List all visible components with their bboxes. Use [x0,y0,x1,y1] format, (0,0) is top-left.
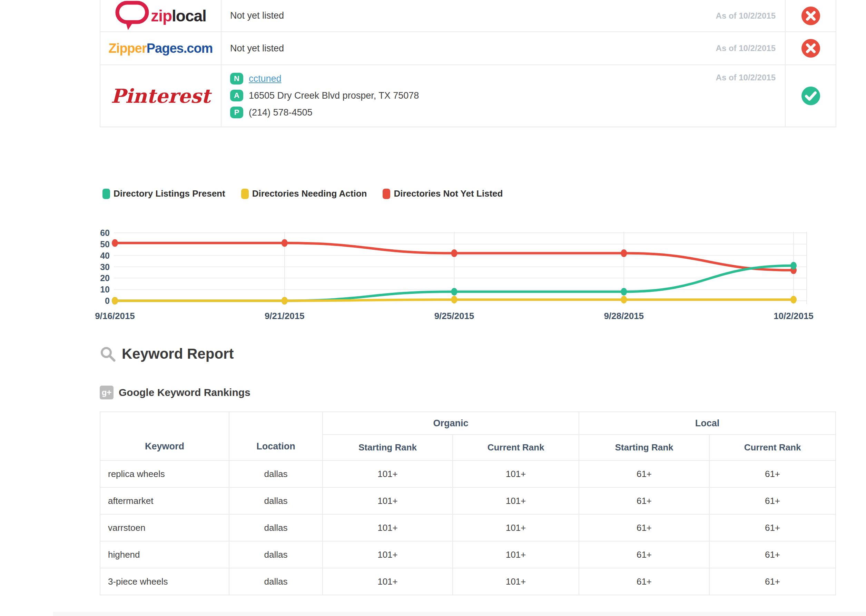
business-phone: (214) 578-4505 [249,107,313,118]
keyword-cell: highend [100,541,229,568]
pinterest-wordmark: Pinterest [111,85,210,107]
keyword-table-row: aftermarketdallas101+101+61+61+ [100,487,836,514]
nap-name-line: N cctuned [230,73,419,85]
business-address: 16505 Dry Creek Blvd prosper, TX 75078 [249,90,419,101]
svg-text:40: 40 [100,251,110,261]
as-of-date: As of 10/2/2015 [716,73,776,82]
directory-status-icon-cell [785,65,836,127]
organic-starting-rank-cell: 101+ [322,541,453,568]
organic-starting-rank-cell: 101+ [322,568,453,595]
column-header-organic-current-rank: Current Rank [453,435,579,460]
organic-starting-rank-cell: 101+ [322,514,453,541]
local-starting-rank-cell: 61+ [579,460,709,487]
local-current-rank-cell: 61+ [709,541,836,568]
nap-name-badge: N [230,73,243,85]
next-section-edge [53,612,866,616]
svg-text:9/16/2015: 9/16/2015 [95,311,135,321]
ziplocal-logo: ziplocal [101,0,222,31]
keyword-report-heading: Keyword Report [100,346,234,362]
zipperpages-wordmark-pages: Pages.com [147,41,213,55]
legend-label: Directory Listings Present [113,188,225,199]
organic-starting-rank-cell: 101+ [322,460,453,487]
svg-text:9/25/2015: 9/25/2015 [434,311,475,321]
organic-current-rank-cell: 101+ [453,460,579,487]
organic-starting-rank-cell: 101+ [322,487,453,514]
svg-text:50: 50 [100,239,110,249]
local-starting-rank-cell: 61+ [579,568,709,595]
directory-status-cell: Not yet listed As of 10/2/2015 [222,32,785,64]
directory-row-zipperpages: ZipperPages.com Not yet listed As of 10/… [101,32,836,65]
keyword-table-row: highenddallas101+101+61+61+ [100,541,836,568]
not-listed-icon [802,6,820,25]
directory-status-cell: Not yet listed As of 10/2/2015 [222,0,785,31]
svg-text:30: 30 [100,262,110,272]
local-current-rank-cell: 61+ [709,568,836,595]
location-cell: dallas [229,514,322,541]
legend-item-needing-action: Directories Needing Action [241,188,367,199]
keyword-cell: replica wheels [100,460,229,487]
chart-legend: Directory Listings Present Directories N… [102,188,503,199]
directory-status-icon-cell [785,32,836,64]
local-starting-rank-cell: 61+ [579,541,709,568]
local-current-rank-cell: 61+ [709,487,836,514]
ziplocal-bubble-icon [115,0,149,31]
nap-phone-line: P (214) 578-4505 [230,107,419,118]
local-current-rank-cell: 61+ [709,460,836,487]
organic-current-rank-cell: 101+ [453,568,579,595]
zipperpages-wordmark-zipper: Zipper [109,41,147,55]
group-header-local: Local [579,412,836,435]
status-text: Not yet listed [230,10,284,21]
svg-text:9/28/2015: 9/28/2015 [604,311,644,321]
directory-nap-cell: N cctuned A 16505 Dry Creek Blvd prosper… [222,65,785,127]
column-header-location: Location [229,412,322,460]
directory-listings-table: ziplocal Not yet listed As of 10/2/2015 … [100,0,836,127]
report-page: ziplocal Not yet listed As of 10/2/2015 … [0,0,866,616]
column-header-keyword: Keyword [100,412,229,460]
as-of-date: As of 10/2/2015 [716,11,776,21]
local-current-rank-cell: 61+ [709,514,836,541]
zipperpages-logo: ZipperPages.com [101,32,222,64]
legend-swatch-green [102,189,110,199]
organic-current-rank-cell: 101+ [453,541,579,568]
search-icon [100,346,116,362]
svg-text:20: 20 [100,273,110,283]
ziplocal-wordmark-zip: zip [151,6,172,25]
legend-item-not-listed: Directories Not Yet Listed [383,188,503,199]
organic-current-rank-cell: 101+ [453,514,579,541]
svg-text:0: 0 [105,296,110,306]
directory-status-icon-cell [785,0,836,31]
directory-row-pinterest: Pinterest N cctuned A 16505 Dry Creek Bl… [101,65,836,127]
group-header-organic: Organic [322,412,579,435]
keyword-rankings-table: Keyword Location Organic Local Starting … [100,412,836,595]
ziplocal-wordmark-local: local [172,6,206,25]
listed-check-icon [802,86,820,105]
location-cell: dallas [229,568,322,595]
as-of-date: As of 10/2/2015 [716,44,776,53]
local-starting-rank-cell: 61+ [579,487,709,514]
location-cell: dallas [229,541,322,568]
location-cell: dallas [229,487,322,514]
keyword-table-row: 3-piece wheelsdallas101+101+61+61+ [100,568,836,595]
keyword-cell: aftermarket [100,487,229,514]
status-text: Not yet listed [230,43,284,54]
business-name-link[interactable]: cctuned [249,74,281,84]
location-cell: dallas [229,460,322,487]
keyword-table-row: replica wheelsdallas101+101+61+61+ [100,460,836,487]
column-header-local-current-rank: Current Rank [709,435,836,460]
keyword-cell: 3-piece wheels [100,568,229,595]
local-starting-rank-cell: 61+ [579,514,709,541]
section-title: Google Keyword Rankings [119,387,250,398]
keyword-table-row: varrstoendallas101+101+61+61+ [100,514,836,541]
pinterest-logo: Pinterest [101,65,222,127]
svg-text:60: 60 [100,228,110,238]
not-listed-icon [802,39,820,58]
keyword-cell: varrstoen [100,514,229,541]
nap-block: N cctuned A 16505 Dry Creek Blvd prosper… [230,65,419,118]
nap-phone-badge: P [230,107,243,118]
svg-text:10/2/2015: 10/2/2015 [773,311,814,321]
page-title: Keyword Report [122,346,234,362]
legend-label: Directories Not Yet Listed [394,188,503,199]
group-header-row: Keyword Location Organic Local [100,412,836,435]
column-header-local-starting-rank: Starting Rank [579,435,709,460]
legend-swatch-red [383,189,390,199]
